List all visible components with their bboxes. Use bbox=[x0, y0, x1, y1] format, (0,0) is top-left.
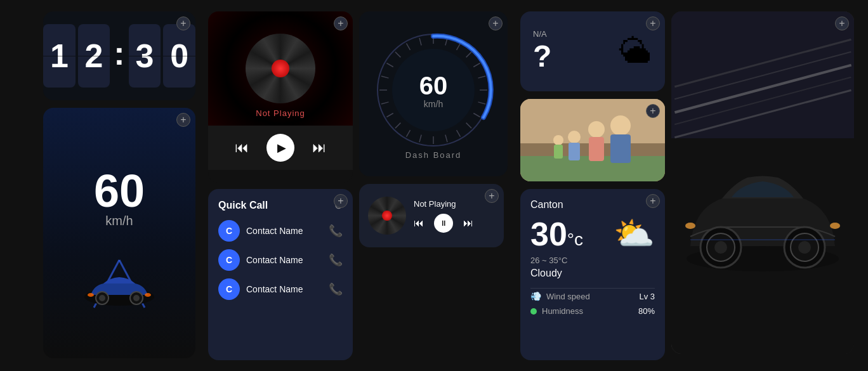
speedometer-widget: + bbox=[359, 11, 508, 176]
svg-line-15 bbox=[478, 76, 486, 78]
mini-next-button[interactable]: ⏭ bbox=[463, 218, 473, 229]
phone-icon-2[interactable]: 📞 bbox=[329, 253, 343, 267]
svg-line-18 bbox=[473, 113, 480, 117]
car-photo-background bbox=[671, 11, 854, 354]
next-button[interactable]: ⏭ bbox=[312, 140, 326, 156]
music-player-widget: + Not Playing ⏮ ▶ ⏭ bbox=[208, 11, 353, 183]
mini-music-widget: + Not Playing ⏮ ⏸ ⏭ bbox=[359, 184, 504, 247]
humidity-dot-icon bbox=[530, 308, 537, 315]
svg-line-29 bbox=[381, 76, 389, 78]
svg-line-19 bbox=[466, 122, 471, 127]
svg-point-62 bbox=[830, 223, 840, 229]
quick-call-title: Quick Call bbox=[218, 200, 268, 211]
svg-point-44 bbox=[568, 131, 581, 143]
family-photo bbox=[520, 99, 665, 181]
svg-point-40 bbox=[610, 115, 631, 136]
music-controls: ⏮ ▶ ⏭ bbox=[208, 126, 353, 170]
weather-canton-plus-button[interactable]: + bbox=[646, 194, 660, 208]
temperature-unit: °c bbox=[567, 230, 583, 249]
svg-point-46 bbox=[553, 135, 563, 145]
mini-vinyl-disc bbox=[368, 197, 406, 235]
mini-vinyl-center bbox=[382, 211, 392, 221]
svg-point-3 bbox=[88, 293, 94, 297]
svg-point-42 bbox=[588, 121, 605, 138]
clock-widget: + 1 2 : 3 0 bbox=[43, 11, 195, 100]
not-playing-label: Not Playing bbox=[256, 108, 305, 118]
mini-not-playing-label: Not Playing bbox=[414, 199, 495, 209]
humidity-value: 80% bbox=[638, 306, 655, 316]
prev-button[interactable]: ⏮ bbox=[235, 140, 249, 156]
humidity-detail: Humidness 80% bbox=[530, 306, 655, 316]
weather-canton-widget: + Canton 30°c ⛅ 26 ~ 35°C Cloudy 💨 Wind … bbox=[520, 189, 665, 360]
mini-pause-button[interactable]: ⏸ bbox=[434, 214, 453, 233]
clock-digit-4: 0 bbox=[163, 24, 195, 88]
cloud-icon: 🌥 bbox=[619, 32, 652, 70]
music-plus-button[interactable]: + bbox=[334, 16, 348, 30]
svg-text:60: 60 bbox=[419, 72, 448, 100]
humidity-label: Humidness bbox=[542, 306, 583, 316]
svg-line-32 bbox=[407, 43, 411, 49]
na-content: N/A ? bbox=[533, 29, 607, 74]
contact-avatar-3: C bbox=[218, 278, 240, 300]
contact-left-3: C Contact Name bbox=[218, 278, 303, 300]
contact-name-1: Contact Name bbox=[246, 226, 303, 236]
svg-line-24 bbox=[407, 130, 411, 136]
weather-icon: ⛅ bbox=[614, 214, 655, 253]
svg-line-30 bbox=[386, 63, 393, 67]
family-photo-widget: + bbox=[520, 99, 665, 181]
phone-icon-3[interactable]: 📞 bbox=[329, 282, 343, 296]
mini-music-plus-button[interactable]: + bbox=[485, 189, 499, 203]
humidity-label-group: Humidness bbox=[530, 306, 583, 316]
speed-mini-plus-button[interactable]: + bbox=[176, 113, 190, 127]
pause-icon: ⏸ bbox=[440, 219, 447, 228]
svg-point-58 bbox=[714, 241, 727, 254]
speed-mini-widget: + 60 km/h bbox=[43, 108, 195, 358]
gauge-container: 60 km/h bbox=[373, 30, 494, 150]
quick-call-header: Quick Call ⊙ bbox=[218, 199, 343, 211]
clock-plus-button[interactable]: + bbox=[176, 16, 190, 30]
svg-line-21 bbox=[445, 134, 447, 142]
contact-name-2: Contact Name bbox=[246, 255, 303, 265]
clock-digit-3: 3 bbox=[129, 24, 161, 88]
contact-avatar-1: C bbox=[218, 220, 240, 242]
vinyl-center bbox=[272, 60, 289, 77]
quickcall-plus-button[interactable]: + bbox=[334, 194, 348, 208]
svg-line-20 bbox=[457, 130, 461, 136]
svg-rect-41 bbox=[610, 134, 631, 163]
svg-line-23 bbox=[419, 134, 421, 142]
contact-item-3: C Contact Name 📞 bbox=[218, 278, 343, 300]
svg-line-27 bbox=[381, 101, 389, 103]
contact-item-1: C Contact Name 📞 bbox=[218, 220, 343, 242]
car-photo-plus-button[interactable]: + bbox=[835, 16, 849, 30]
vinyl-disc bbox=[246, 34, 315, 103]
svg-rect-45 bbox=[569, 143, 580, 160]
na-question: ? bbox=[533, 39, 607, 74]
car-illustration bbox=[56, 247, 183, 311]
svg-line-14 bbox=[473, 63, 480, 67]
contact-name-3: Contact Name bbox=[246, 284, 303, 294]
phone-icon-1[interactable]: 📞 bbox=[329, 224, 343, 238]
clock-digit-1: 1 bbox=[43, 24, 76, 88]
svg-point-8 bbox=[133, 295, 140, 301]
family-plus-button[interactable]: + bbox=[646, 104, 660, 118]
temperature-value: 30 bbox=[530, 216, 567, 252]
quick-call-widget: + Quick Call ⊙ C Contact Name 📞 C Contac… bbox=[208, 189, 353, 360]
contact-left-1: C Contact Name bbox=[218, 220, 303, 242]
speedometer-plus-button[interactable]: + bbox=[489, 16, 503, 30]
svg-text:km/h: km/h bbox=[424, 99, 443, 109]
mini-music-info: Not Playing ⏮ ⏸ ⏭ bbox=[414, 199, 495, 233]
play-button[interactable]: ▶ bbox=[266, 134, 294, 162]
weather-na-plus-button[interactable]: + bbox=[646, 16, 660, 30]
clock-separator: : bbox=[114, 34, 124, 72]
car-photo-widget: + bbox=[671, 11, 854, 354]
svg-point-61 bbox=[798, 241, 811, 254]
weather-na-widget: + N/A ? 🌥 bbox=[520, 11, 665, 91]
divider bbox=[530, 288, 655, 289]
mini-prev-button[interactable]: ⏮ bbox=[414, 218, 424, 229]
wind-value: Lv 3 bbox=[639, 292, 655, 301]
wind-icon: 💨 bbox=[530, 291, 541, 301]
svg-line-25 bbox=[395, 122, 400, 127]
svg-line-12 bbox=[457, 43, 461, 49]
svg-line-17 bbox=[478, 101, 486, 103]
svg-line-31 bbox=[395, 51, 400, 56]
